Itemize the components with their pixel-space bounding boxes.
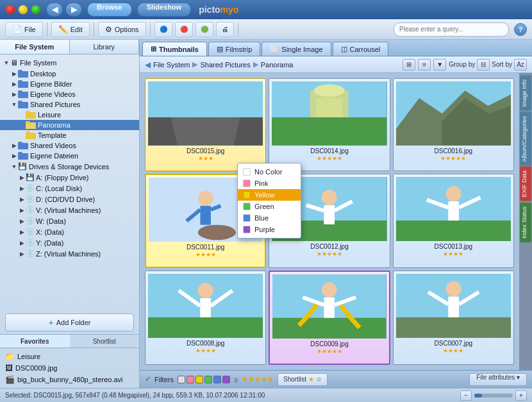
svg-point-9: [314, 85, 345, 97]
toolbar-btn-1[interactable]: 🔵: [154, 22, 172, 37]
tab-filmstrip[interactable]: ▤ Filmstrip: [208, 42, 261, 56]
color-option-green[interactable]: Green: [238, 201, 301, 212]
tree-item[interactable]: ▶ Eigene Bilder: [0, 79, 139, 89]
svg-rect-32: [148, 317, 263, 338]
svg-point-45: [445, 281, 461, 297]
color-option-pink[interactable]: Pink: [238, 178, 301, 189]
thumbnail-item[interactable]: ☆ ℹ DSC0008.jpg: [145, 271, 266, 365]
color-option-yellow[interactable]: Yellow: [238, 189, 301, 201]
view-options-btn[interactable]: ▼: [433, 59, 446, 71]
tab-shortlist[interactable]: Shortlist: [70, 335, 140, 348]
fav-item[interactable]: 🖼 DSC0009.jpg: [0, 362, 139, 374]
tree-item[interactable]: ▶ 💿 X: (Data): [0, 226, 139, 237]
thumbnail-item[interactable]: ☆ ℹ DSC0016.jpg ★★★★★: [393, 78, 514, 171]
tree-item[interactable]: ▶ 💿 D: (CD/DVD Drive): [0, 194, 139, 205]
thumbnail-image: [148, 81, 263, 146]
slideshow-tab[interactable]: Slideshow: [137, 3, 191, 17]
view-tabs: ⊞ Thumbnails ▤ Filmstrip ⬜ Single Image …: [140, 40, 532, 56]
tree-item[interactable]: ▶ Eigene Dateien: [0, 151, 139, 161]
color-filter-purple[interactable]: [222, 376, 230, 383]
tab-exif-data[interactable]: EXIF Data: [520, 167, 531, 201]
toolbar-btn-3[interactable]: 🟢: [195, 22, 213, 37]
toolbar-btn-4[interactable]: 🖨: [216, 22, 234, 37]
color-filter-blue[interactable]: [213, 376, 221, 383]
zoom-in-btn[interactable]: +: [515, 390, 527, 401]
tree-item[interactable]: ▶ 💿 W: (Data): [0, 215, 139, 226]
title-bar: ◀ ▶ Browse Slideshow pictomyo: [0, 0, 532, 19]
tree-root[interactable]: ▼ 🖥 File System: [0, 57, 139, 69]
svg-rect-26: [396, 221, 511, 241]
view-grid-btn[interactable]: ⊞: [403, 59, 415, 71]
thumbnail-item[interactable]: ☆ ℹ DSC0013.jpg: [393, 174, 514, 268]
color-filter-yellow[interactable]: [195, 376, 203, 383]
add-folder-button[interactable]: + Add Folder: [5, 314, 134, 331]
thumbnail-item[interactable]: ☆ ℹ DSC0015.jpg ★★★: [145, 78, 266, 171]
file-attributes-button[interactable]: File attributes ▾: [469, 373, 527, 386]
tree-item[interactable]: ▶ Desktop: [0, 69, 139, 79]
filter-label: Filters: [154, 376, 174, 383]
tab-library[interactable]: Library: [70, 40, 140, 54]
group-btn[interactable]: ⊟: [477, 59, 490, 71]
tab-favorites[interactable]: Favorites: [0, 335, 70, 348]
tree-drives[interactable]: ▼ 💾 Drives & Storage Devices: [0, 161, 139, 172]
color-filter-pink[interactable]: [187, 376, 194, 383]
color-option-none[interactable]: No Color: [238, 166, 301, 178]
breadcrumb-filesystem[interactable]: File System: [153, 61, 190, 69]
toolbar-btn-2[interactable]: 🔴: [175, 22, 193, 37]
svg-point-21: [322, 190, 337, 205]
search-box[interactable]: [394, 22, 509, 37]
tree-item[interactable]: ▶ 💿 Y: (Data): [0, 237, 139, 248]
minimize-button[interactable]: [18, 4, 28, 15]
tree-item[interactable]: ▶ 💿 C: (Local Disk): [0, 183, 139, 194]
back-button[interactable]: ◀: [46, 3, 63, 17]
svg-rect-16: [200, 206, 211, 225]
thumbnail-item[interactable]: ☆ ℹ: [269, 271, 390, 365]
edit-menu[interactable]: ✏️ Edit: [51, 22, 90, 37]
tree-item[interactable]: ▶ 💾 A: (Floppy Drive): [0, 172, 139, 183]
fav-item[interactable]: 📁 Leisure: [0, 351, 139, 362]
browse-tab[interactable]: Browse: [87, 3, 132, 17]
tree-item[interactable]: ▶ Eigene Videos: [0, 89, 139, 99]
tab-image-info[interactable]: Image Info: [520, 76, 531, 111]
shortlist-button[interactable]: Shortlist ★ ☆: [278, 373, 328, 386]
color-swatch-none: [243, 168, 251, 176]
thumbnail-image: [272, 274, 386, 339]
maximize-button[interactable]: [31, 4, 41, 15]
tree-item[interactable]: ▼ Shared Pictures: [0, 99, 139, 110]
search-input[interactable]: [399, 26, 503, 33]
tree-item-panorama[interactable]: Panorama: [0, 120, 139, 130]
tab-single-image[interactable]: ⬜ Single Image: [262, 42, 331, 56]
tab-index-status[interactable]: Index Status: [520, 203, 531, 242]
color-filter-none[interactable]: [178, 376, 185, 383]
color-filter-green[interactable]: [204, 376, 212, 383]
svg-rect-44: [396, 317, 511, 338]
panel-tabs: File System Library: [0, 40, 139, 54]
zoom-out-btn[interactable]: −: [460, 390, 472, 401]
svg-rect-22: [324, 205, 335, 224]
options-menu[interactable]: ⚙ Options: [98, 22, 146, 37]
color-option-purple[interactable]: Purple: [238, 224, 301, 235]
tree-item[interactable]: ▶ 💿 Z: (Virtual Machines): [0, 248, 139, 259]
tree-item[interactable]: ▶ 💿 V: (Virtual Machines): [0, 205, 139, 215]
help-button[interactable]: ?: [514, 23, 527, 36]
thumbnail-item[interactable]: ☆ ℹ DSC0007.jpg: [393, 271, 514, 365]
color-option-blue[interactable]: Blue: [238, 212, 301, 224]
tree-item[interactable]: Leisure: [0, 110, 139, 120]
sort-btn[interactable]: Az: [514, 59, 527, 71]
tree-item[interactable]: Template: [0, 130, 139, 140]
file-menu[interactable]: 📄 File: [5, 22, 43, 37]
tab-album-categories[interactable]: Album/Categories: [520, 112, 531, 166]
zoom-slider[interactable]: [474, 394, 513, 398]
breadcrumb-shared-pictures[interactable]: Shared Pictures: [200, 61, 250, 69]
tree-item[interactable]: ▶ Shared Videos: [0, 140, 139, 151]
view-list-btn[interactable]: ≡: [418, 59, 431, 71]
svg-rect-8: [317, 98, 343, 117]
close-button[interactable]: [5, 4, 15, 15]
thumbnail-item[interactable]: ☆ ℹ DSC0014.jpg ★★★★★: [269, 78, 390, 171]
breadcrumb-panorama[interactable]: Panorama: [261, 61, 294, 69]
tab-carrousel[interactable]: ◫ Carrousel: [333, 42, 389, 56]
tab-filesystem[interactable]: File System: [0, 40, 70, 54]
tab-thumbnails[interactable]: ⊞ Thumbnails: [142, 42, 207, 56]
fav-item[interactable]: 🎬 big_buck_bunny_480p_stereo.avi: [0, 374, 139, 385]
forward-button[interactable]: ▶: [65, 3, 82, 17]
